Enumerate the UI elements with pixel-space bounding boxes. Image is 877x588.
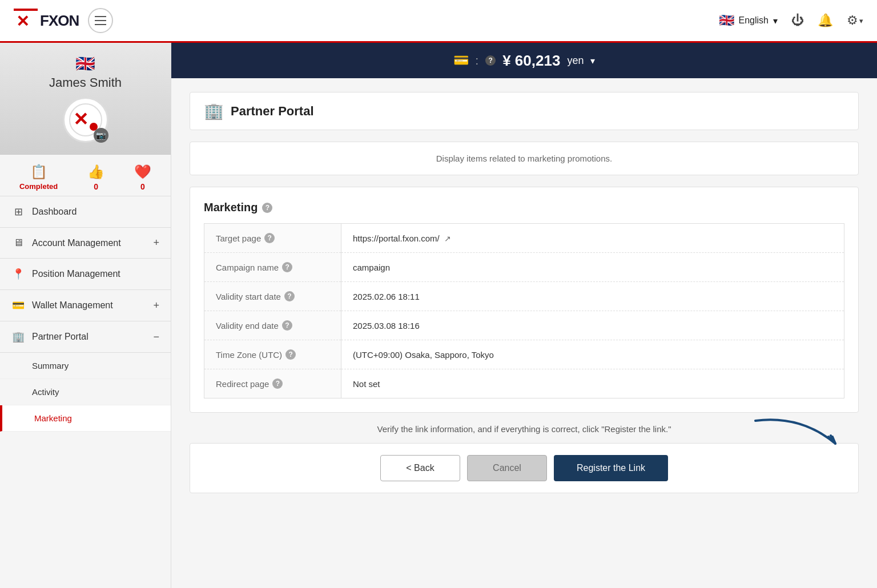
sidebar-item-activity[interactable]: Activity [0,379,171,405]
balance-divider: : [476,54,479,67]
account-management-icon: 🖥 [11,237,25,249]
balance-amount: ¥ 60,213 [502,52,560,70]
avatar-container: ✕ 📷 [63,97,108,143]
balance-bar: 💳 : ? ¥ 60,213 yen ▾ [171,43,877,78]
svg-text:✕: ✕ [73,109,88,130]
timezone-label: Time Zone (UTC) [216,350,282,360]
timezone-help-icon[interactable]: ? [285,349,296,360]
target-page-help-icon[interactable]: ? [264,233,275,243]
stat-favorites: ❤️ 0 [134,164,151,191]
description-box: Display items related to marketing promo… [190,142,859,175]
marketing-info-table: Target page ? https://portal.fxon.com/ ↗ [204,223,844,398]
app-layout: 🇬🇧 James Smith ✕ 📷 📋 [0,43,877,588]
campaign-name-help-icon[interactable]: ? [282,262,292,272]
sidebar-stats: 📋 Completed 👍 0 ❤️ 0 [0,155,171,196]
sidebar-item-marketing[interactable]: Marketing [0,405,171,432]
balance-help-icon[interactable]: ? [485,55,496,66]
sidebar-item-account-management[interactable]: 🖥 Account Management + [0,228,171,259]
summary-label: Summary [32,361,69,370]
marketing-section-label: Marketing [204,201,258,214]
wallet-management-expand-icon: + [153,300,159,312]
account-management-expand-icon: + [153,237,159,249]
page-title: Partner Portal [231,104,314,119]
balance-chevron-icon[interactable]: ▾ [590,55,595,66]
hamburger-line-2 [95,20,106,21]
table-cell-value-validity-end: 2025.03.08 18:16 [341,311,844,340]
back-button[interactable]: < Back [380,455,460,481]
validity-start-help-icon[interactable]: ? [284,291,295,301]
table-row-validity-end-date: Validity end date ? 2025.03.08 18:16 [204,311,844,340]
flag-uk-icon: 🇬🇧 [719,13,734,28]
table-cell-label-campaign-name: Campaign name ? [204,253,341,282]
partner-portal-label: Partner Portal [32,332,88,342]
logo-text: FXON [40,12,79,30]
svg-text:✕: ✕ [16,13,29,30]
power-button[interactable]: ⏻ [791,13,804,28]
target-page-value: https://portal.fxon.com/ [353,233,440,243]
table-row-campaign-name: Campaign name ? campaign [204,253,844,282]
camera-icon: 📷 [96,131,106,140]
cancel-button[interactable]: Cancel [467,455,547,481]
page-header-icon: 🏢 [204,102,224,120]
action-buttons-container: < Back Cancel Register the Link [190,443,859,493]
table-row-target-page: Target page ? https://portal.fxon.com/ ↗ [204,224,844,253]
activity-label: Activity [32,387,59,397]
validity-start-value: 2025.02.06 18:11 [353,292,420,301]
marketing-section: Marketing ? Target page ? [190,187,859,413]
register-link-button-label: Register the Link [577,463,645,473]
marketing-help-icon[interactable]: ? [262,203,272,213]
avatar-camera-button[interactable]: 📷 [94,128,108,143]
marketing-label: Marketing [34,413,72,423]
hamburger-line-3 [95,24,106,25]
completed-icon: 📋 [30,164,47,180]
language-selector[interactable]: 🇬🇧 English ▾ [719,13,778,28]
sidebar-item-dashboard[interactable]: ⊞ Dashboard [0,196,171,228]
page-header: 🏢 Partner Portal [190,92,859,130]
wallet-management-label: Wallet Management [32,300,113,311]
svg-rect-1 [14,9,38,11]
validity-end-help-icon[interactable]: ? [282,320,292,331]
nav-right: 🇬🇧 English ▾ ⏻ 🔔 ⚙ ▾ [719,13,863,28]
table-cell-label-timezone: Time Zone (UTC) ? [204,340,341,369]
arrow-annotation [744,409,812,455]
campaign-name-label: Campaign name [216,263,279,272]
sidebar-item-wallet-management[interactable]: 💳 Wallet Management + [0,290,171,321]
sidebar-item-position-management[interactable]: 📍 Position Management [0,259,171,290]
validity-end-value: 2025.03.08 18:16 [353,321,420,331]
stat-likes: 👍 0 [87,164,104,191]
likes-value: 0 [94,182,98,191]
sidebar-item-partner-portal[interactable]: 🏢 Partner Portal − [0,321,171,353]
nav-left: ✕ FXON [14,8,113,33]
register-link-button[interactable]: Register the Link [554,455,668,481]
redirect-page-value: Not set [353,379,380,389]
marketing-title: Marketing ? [204,201,844,214]
partner-portal-icon: 🏢 [11,331,25,343]
position-management-label: Position Management [32,269,120,279]
sidebar-item-summary[interactable]: Summary [0,353,171,379]
target-page-external-link-icon[interactable]: ↗ [444,234,451,243]
table-cell-label-redirect-page: Redirect page ? [204,369,341,398]
description-text: Display items related to marketing promo… [436,154,612,163]
account-management-label: Account Management [32,238,121,248]
arrow-annotation-svg [744,409,858,461]
sidebar-nav: ⊞ Dashboard 🖥 Account Management + 📍 Pos… [0,196,171,432]
position-management-icon: 📍 [11,268,25,280]
settings-button[interactable]: ⚙ ▾ [847,13,863,28]
cancel-button-label: Cancel [493,463,521,473]
balance-card-icon: 💳 [453,53,469,68]
verify-text-content: Verify the link information, and if ever… [377,424,671,434]
table-row-validity-start-date: Validity start date ? 2025.02.06 18:11 [204,282,844,311]
table-row-timezone: Time Zone (UTC) ? (UTC+09:00) Osaka, Sap… [204,340,844,369]
table-cell-value-redirect-page: Not set [341,369,844,398]
partner-portal-collapse-icon: − [153,331,159,343]
notification-button[interactable]: 🔔 [818,13,833,28]
table-cell-label-target-page: Target page ? [204,224,341,253]
power-icon: ⏻ [791,13,804,27]
validity-end-label: Validity end date [216,321,279,331]
gear-icon: ⚙ [847,13,858,28]
timezone-value: (UTC+09:00) Osaka, Sapporo, Tokyo [353,350,494,360]
sidebar: 🇬🇧 James Smith ✕ 📷 📋 [0,43,171,588]
dashboard-label: Dashboard [32,207,77,217]
redirect-page-help-icon[interactable]: ? [272,378,283,389]
hamburger-button[interactable] [88,8,113,33]
